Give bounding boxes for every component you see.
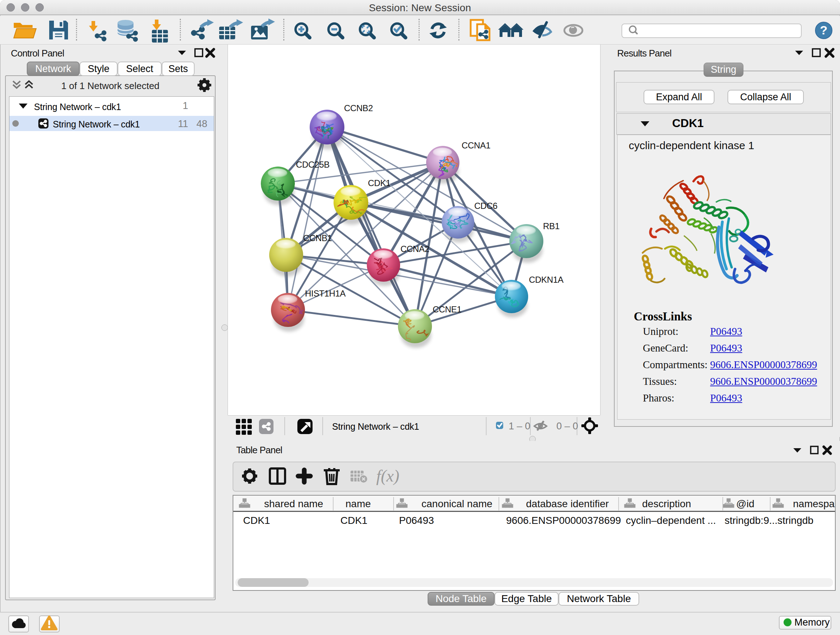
svg-text:CCNB2: CCNB2	[344, 103, 373, 113]
svg-text:CDC25B: CDC25B	[296, 160, 330, 169]
svg-text:CDC6: CDC6	[474, 201, 497, 211]
svg-text:HIST1H1A: HIST1H1A	[305, 288, 346, 298]
svg-text:CCNB1: CCNB1	[303, 233, 332, 243]
svg-text:CCNA1: CCNA1	[462, 141, 491, 150]
svg-text:CDK1: CDK1	[368, 178, 391, 188]
svg-text:CCNA2: CCNA2	[401, 244, 429, 254]
svg-text:RB1: RB1	[543, 221, 560, 231]
svg-text:CDKN1A: CDKN1A	[529, 275, 564, 285]
svg-text:?: ?	[820, 23, 828, 37]
svg-text:CCNE1: CCNE1	[433, 304, 462, 314]
svg-text:f(x): f(x)	[376, 467, 399, 485]
